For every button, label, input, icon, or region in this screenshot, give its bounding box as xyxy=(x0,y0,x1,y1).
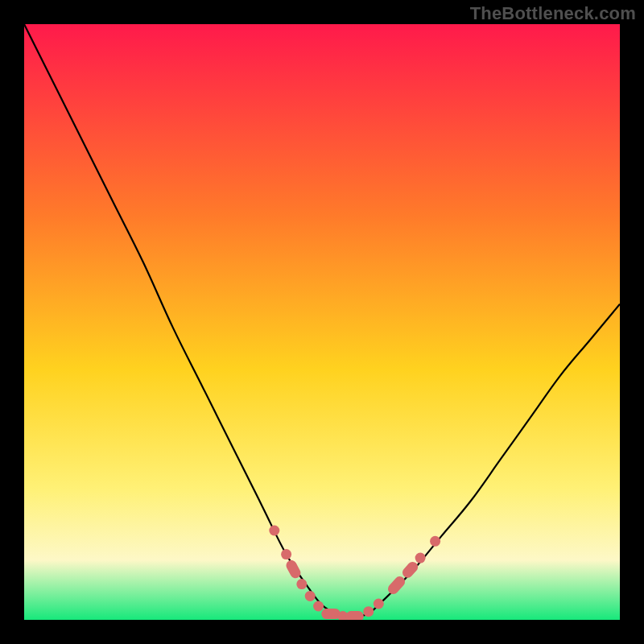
curve-marker xyxy=(313,601,324,611)
svg-rect-1 xyxy=(321,609,341,619)
curve-marker xyxy=(430,536,440,547)
curve-marker xyxy=(296,579,307,589)
curve-marker xyxy=(363,606,374,617)
watermark-text: TheBottleneck.com xyxy=(470,3,636,24)
bottleneck-chart xyxy=(24,24,620,620)
curve-marker xyxy=(415,553,426,564)
curve-marker xyxy=(374,599,384,609)
curve-marker xyxy=(346,611,364,620)
gradient-background xyxy=(24,24,620,620)
svg-rect-2 xyxy=(346,611,364,620)
curve-marker xyxy=(305,591,316,601)
curve-marker xyxy=(321,609,341,619)
chart-frame: TheBottleneck.com xyxy=(0,0,644,644)
curve-marker xyxy=(281,549,291,559)
curve-marker xyxy=(269,526,279,536)
